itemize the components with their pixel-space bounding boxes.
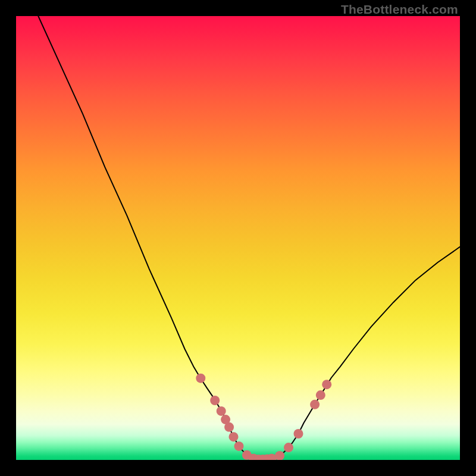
data-marker	[224, 422, 234, 432]
data-marker	[217, 406, 226, 416]
chart-svg	[16, 16, 460, 460]
data-marker	[322, 380, 331, 389]
data-marker	[210, 396, 220, 405]
data-marker	[234, 441, 244, 451]
data-marker	[196, 374, 205, 383]
data-marker	[284, 443, 293, 452]
plot-area	[16, 16, 460, 460]
data-markers	[196, 374, 331, 460]
bottleneck-curve	[38, 16, 460, 459]
watermark-text: TheBottleneck.com	[341, 2, 458, 17]
data-marker	[310, 400, 320, 409]
data-marker	[294, 429, 303, 439]
data-marker	[316, 390, 325, 400]
data-marker	[229, 432, 239, 441]
chart-frame: TheBottleneck.com	[0, 0, 476, 476]
